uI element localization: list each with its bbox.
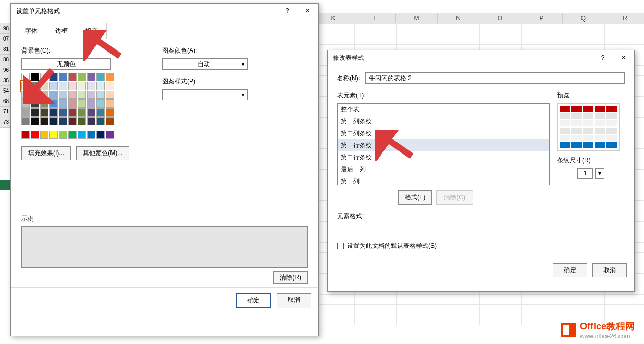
color-swatch[interactable]	[87, 91, 95, 99]
color-swatch[interactable]	[21, 108, 30, 117]
nocolor-button[interactable]: 无颜色	[21, 58, 111, 70]
list-item[interactable]: 整个表	[338, 104, 549, 116]
column-header[interactable]: Q	[563, 13, 604, 23]
color-swatch[interactable]	[31, 82, 39, 90]
color-swatch[interactable]	[31, 99, 39, 108]
color-swatch[interactable]	[87, 108, 95, 117]
column-header[interactable]: K	[313, 13, 354, 23]
column-header[interactable]: N	[438, 13, 479, 23]
color-swatch[interactable]	[78, 117, 86, 125]
color-swatch[interactable]	[59, 108, 67, 117]
color-swatch[interactable]	[106, 131, 114, 139]
color-swatch[interactable]	[106, 99, 114, 108]
other-colors-button[interactable]: 其他颜色(M)...	[76, 146, 129, 160]
color-swatch[interactable]	[87, 131, 95, 139]
color-swatch[interactable]	[68, 99, 77, 108]
color-swatch[interactable]	[59, 131, 67, 139]
name-input[interactable]	[365, 72, 625, 84]
color-swatch[interactable]	[96, 99, 105, 108]
color-swatch[interactable]	[31, 73, 39, 81]
format-button[interactable]: 格式(F)	[398, 190, 432, 205]
color-swatch[interactable]	[31, 131, 39, 139]
color-swatch[interactable]	[31, 108, 39, 117]
stripe-size-value[interactable]: 1	[577, 168, 593, 179]
color-swatch[interactable]	[49, 99, 58, 108]
color-swatch[interactable]	[21, 91, 30, 99]
color-swatch[interactable]	[78, 73, 86, 81]
row-header[interactable]: 35	[0, 75, 10, 86]
color-swatch[interactable]	[21, 117, 30, 125]
column-header[interactable]: M	[396, 13, 438, 23]
color-swatch[interactable]	[59, 91, 67, 99]
color-swatch[interactable]	[78, 99, 86, 108]
color-swatch[interactable]	[49, 131, 58, 139]
color-swatch[interactable]	[87, 82, 95, 90]
color-swatch[interactable]	[21, 73, 30, 81]
color-swatch[interactable]	[96, 82, 105, 90]
cancel-button[interactable]: 取消	[592, 263, 627, 277]
row-header[interactable]: 81	[0, 44, 10, 55]
pattern-style-dropdown[interactable]: ▾	[162, 89, 248, 100]
color-swatch[interactable]	[59, 117, 67, 125]
color-swatch[interactable]	[21, 99, 30, 108]
color-swatch[interactable]	[59, 82, 67, 90]
color-swatch[interactable]	[40, 91, 48, 99]
color-swatch[interactable]	[40, 82, 48, 90]
color-swatch[interactable]	[21, 82, 30, 90]
color-swatch[interactable]	[96, 108, 105, 117]
color-swatch[interactable]	[68, 108, 77, 117]
column-header[interactable]: P	[521, 13, 563, 23]
color-swatch[interactable]	[49, 73, 58, 81]
color-swatch[interactable]	[31, 91, 39, 99]
color-swatch[interactable]	[106, 117, 114, 125]
default-style-checkbox[interactable]	[337, 243, 344, 249]
tab-fill[interactable]: 填充	[77, 23, 107, 39]
pattern-color-dropdown[interactable]: 自动 ▾	[162, 58, 248, 70]
row-header[interactable]: 96	[0, 65, 10, 75]
clear-button[interactable]: 清除(R)	[273, 271, 308, 284]
row-header[interactable]: 07	[0, 34, 10, 44]
color-swatch[interactable]	[87, 73, 95, 81]
row-header[interactable]: 71	[0, 107, 10, 117]
list-item[interactable]: 最后一列	[338, 163, 549, 175]
color-swatch[interactable]	[40, 73, 48, 81]
color-swatch[interactable]	[96, 131, 105, 139]
color-swatch[interactable]	[106, 73, 114, 81]
color-swatch[interactable]	[49, 91, 58, 99]
list-item[interactable]: 第二行条纹	[338, 151, 549, 163]
tab-font[interactable]: 字体	[16, 23, 46, 39]
row-header[interactable]: 54	[0, 86, 10, 96]
column-header[interactable]: O	[479, 13, 521, 23]
color-swatch[interactable]	[68, 117, 77, 125]
table-element-listbox[interactable]: 整个表第一列条纹第二列条纹第一行条纹第二行条纹最后一列第一列标题行汇总行	[337, 103, 550, 185]
help-button[interactable]: ?	[592, 50, 613, 65]
column-header[interactable]: L	[354, 13, 396, 23]
color-swatch[interactable]	[96, 91, 105, 99]
row-header[interactable]: 98	[0, 23, 10, 34]
color-swatch[interactable]	[40, 131, 48, 139]
ok-button[interactable]: 确定	[236, 293, 271, 308]
color-swatch[interactable]	[78, 108, 86, 117]
color-swatch[interactable]	[87, 99, 95, 108]
color-swatch[interactable]	[106, 108, 114, 117]
color-swatch[interactable]	[68, 73, 77, 81]
color-swatch[interactable]	[78, 91, 86, 99]
list-item[interactable]: 第一列	[338, 175, 549, 185]
color-swatch[interactable]	[68, 131, 77, 139]
color-swatch[interactable]	[106, 82, 114, 90]
close-button[interactable]: ×	[298, 4, 318, 18]
color-swatch[interactable]	[40, 99, 48, 108]
color-swatch[interactable]	[106, 91, 114, 99]
color-swatch[interactable]	[87, 117, 95, 125]
color-swatch[interactable]	[49, 117, 58, 125]
color-swatch[interactable]	[68, 82, 77, 90]
list-item[interactable]: 第一列条纹	[338, 116, 549, 128]
ok-button[interactable]: 确定	[553, 263, 587, 277]
color-swatch[interactable]	[96, 73, 105, 81]
cancel-button[interactable]: 取消	[277, 293, 311, 308]
color-swatch[interactable]	[59, 73, 67, 81]
color-swatch[interactable]	[31, 117, 39, 125]
row-header[interactable]: 68	[0, 96, 10, 107]
fill-effects-button[interactable]: 填充效果(I)...	[21, 146, 71, 160]
color-swatch[interactable]	[59, 99, 67, 108]
